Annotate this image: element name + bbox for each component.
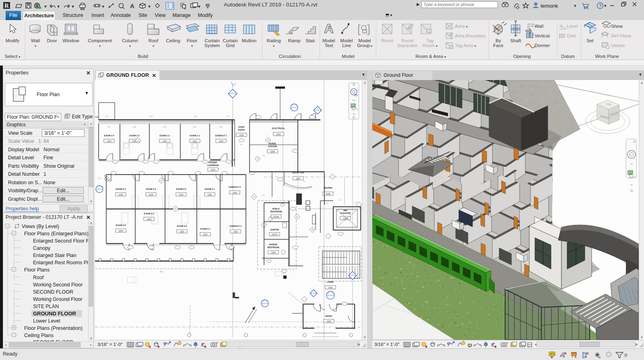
svg-text:JANITOR: JANITOR <box>270 228 279 231</box>
svg-text:13'-8": 13'-8" <box>193 126 197 128</box>
svg-text:ENTRY: ENTRY <box>238 129 245 131</box>
svg-text:RECEPTION: RECEPTION <box>292 171 304 174</box>
svg-text:9'-8": 9'-8" <box>227 116 230 117</box>
svg-text:1004: 1004 <box>271 251 276 254</box>
svg-text:?: ? <box>599 3 602 8</box>
svg-text:▾: ▾ <box>57 4 60 9</box>
svg-text:1202: 1202 <box>179 193 184 196</box>
svg-text:1003: 1003 <box>326 193 330 195</box>
svg-text:CONSULT 2: CONSULT 2 <box>229 186 241 188</box>
svg-text:1204: 1204 <box>118 193 123 196</box>
svg-text:EXAM 2-1: EXAM 2-1 <box>205 188 215 190</box>
svg-text:1102: 1102 <box>162 140 167 142</box>
svg-text:1101: 1101 <box>192 140 197 142</box>
svg-text:5'-0": 5'-0" <box>262 195 265 196</box>
svg-text:SECOND FLOOR: SECOND FLOOR <box>33 289 73 295</box>
svg-text:9'-6": 9'-6" <box>98 178 101 179</box>
svg-text:COORIDOR: COORIDOR <box>207 164 219 167</box>
svg-text:▾: ▾ <box>574 3 576 8</box>
svg-text:▾: ▾ <box>198 4 200 9</box>
svg-text:H: H <box>257 158 258 160</box>
svg-text:11'-10": 11'-10" <box>324 203 329 204</box>
svg-text:E: E <box>296 216 297 218</box>
svg-text:1203: 1203 <box>149 193 153 196</box>
svg-text:RESTROOM: RESTROOM <box>268 246 279 249</box>
svg-text:A: A <box>130 2 134 9</box>
svg-text:▾: ▾ <box>604 3 607 8</box>
svg-text:H: H <box>175 208 176 210</box>
svg-text:EXAM 1-3: EXAM 1-3 <box>130 134 140 137</box>
svg-text:1000: 1000 <box>326 320 331 323</box>
svg-text:E: E <box>312 229 313 231</box>
svg-text:PATIENT: PATIENT <box>208 161 217 164</box>
svg-text:PATIENT: PATIENT <box>269 243 278 246</box>
svg-text:2004a: 2004a <box>273 216 279 218</box>
svg-text:48'-7": 48'-7" <box>160 271 164 273</box>
svg-text:EXAM 2-4: EXAM 2-4 <box>116 188 126 190</box>
svg-text:▾: ▾ <box>148 4 151 9</box>
svg-text:EXAM 1-2: EXAM 1-2 <box>160 134 170 137</box>
svg-text::0: :0 <box>623 353 627 358</box>
svg-text:1001: 1001 <box>328 286 333 289</box>
svg-text:EXAM 2-3: EXAM 2-3 <box>146 188 156 190</box>
svg-text:8'-6": 8'-6" <box>339 200 342 201</box>
svg-text:Roof: Roof <box>33 275 44 280</box>
svg-text:2D: 2D <box>354 94 358 97</box>
svg-text:H: H <box>267 140 268 142</box>
svg-text:9'-6": 9'-6" <box>262 155 266 157</box>
svg-text:ELECTRICAL: ELECTRICAL <box>272 127 286 130</box>
svg-text:Canopy: Canopy <box>33 245 51 251</box>
svg-text:1303: 1303 <box>147 218 151 220</box>
svg-text:13'-8": 13'-8" <box>107 126 111 128</box>
svg-text:EXAM 3-4: EXAM 3-4 <box>116 224 126 226</box>
svg-text:GROUND FLOOR: GROUND FLOOR <box>33 311 76 317</box>
svg-text:LOBBY: LOBBY <box>327 281 334 283</box>
svg-text:Floor Plans (Presentation): Floor Plans (Presentation) <box>24 325 83 331</box>
svg-text:CONSULT 1: CONSULT 1 <box>215 134 227 137</box>
svg-text:RESTROOM: RESTROOM <box>270 210 282 213</box>
svg-text:1021: 1021 <box>276 133 281 136</box>
svg-text:13'-8": 13'-8" <box>163 126 167 128</box>
svg-text:EXAM 3-2: EXAM 3-2 <box>177 225 187 227</box>
svg-text:1302: 1302 <box>180 230 184 233</box>
svg-text:STATION: STATION <box>268 145 277 148</box>
svg-text:13'-8": 13'-8" <box>219 126 223 128</box>
svg-text:1201: 1201 <box>207 193 212 196</box>
svg-text:R: R <box>4 2 9 9</box>
svg-text:1200: 1200 <box>232 191 237 194</box>
svg-text:WAITING: WAITING <box>324 187 332 189</box>
svg-text:Lower Level: Lower Level <box>33 318 60 324</box>
svg-text:▾: ▾ <box>102 4 104 9</box>
svg-text:NURSE: NURSE <box>269 142 277 145</box>
svg-text:1007b: 1007b <box>272 233 278 236</box>
svg-text:EXAM 1-4: EXAM 1-4 <box>104 134 114 137</box>
svg-text:9'-6": 9'-6" <box>303 181 306 183</box>
svg-text:1007: 1007 <box>296 177 301 180</box>
svg-text:EXAM 2-2: EXAM 2-2 <box>176 188 186 190</box>
svg-text:1100: 1100 <box>219 140 223 142</box>
svg-text:EXAM 3-3: EXAM 3-3 <box>144 212 154 215</box>
svg-text:EXAM 3-1: EXAM 3-1 <box>200 228 211 230</box>
svg-text:STAFF: STAFF <box>238 126 245 128</box>
svg-text:1301: 1301 <box>203 233 208 236</box>
svg-text:1008: 1008 <box>270 150 275 153</box>
svg-text:CONSULT 3: CONSULT 3 <box>229 225 242 227</box>
svg-text:H: H <box>161 180 162 182</box>
svg-text:EXAM 1-1: EXAM 1-1 <box>190 134 200 137</box>
svg-text:18'-6": 18'-6" <box>105 116 109 117</box>
svg-text:PUBLIC: PUBLIC <box>272 208 280 210</box>
svg-text:Floor Plans: Floor Plans <box>24 267 50 273</box>
svg-text:lemonk: lemonk <box>541 3 558 9</box>
svg-text:1009: 1009 <box>239 134 244 136</box>
svg-text:18'-6": 18'-6" <box>150 116 154 117</box>
svg-text:9'-6": 9'-6" <box>240 144 243 146</box>
svg-text:ENTRY: ENTRY <box>325 315 332 317</box>
svg-text:Enlarged Second Floor R: Enlarged Second Floor R <box>33 238 89 244</box>
svg-text:Enlarged Rest Rooms Pla: Enlarged Rest Rooms Pla <box>33 260 89 265</box>
svg-text:18'-6": 18'-6" <box>194 116 198 117</box>
svg-text:1300: 1300 <box>233 230 238 233</box>
svg-text:H: H <box>253 196 254 198</box>
svg-text:Ceiling Plans: Ceiling Plans <box>24 333 54 338</box>
svg-text:Working Second Floor: Working Second Floor <box>33 282 83 288</box>
svg-text:8'-3": 8'-3" <box>354 202 357 203</box>
